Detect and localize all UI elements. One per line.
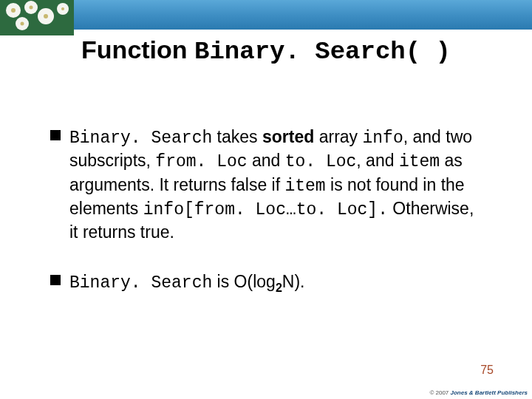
bullet-marker-icon (50, 130, 61, 140)
bullet-text: Binary. Search takes sorted array info, … (69, 126, 486, 244)
title-prefix: Function (81, 35, 194, 64)
svg-point-10 (61, 7, 64, 10)
bullet-text: Binary. Search is O(log2N). (69, 270, 305, 296)
page-number: 75 (480, 364, 494, 377)
svg-point-8 (21, 22, 24, 26)
copyright-publisher: Jones & Bartlett Publishers (451, 389, 528, 396)
bullet-item: Binary. Search is O(log2N). (50, 270, 486, 296)
bullet-marker-icon (50, 275, 61, 285)
bullet-item: Binary. Search takes sorted array info, … (50, 126, 486, 244)
svg-point-4 (30, 6, 33, 10)
title-code: Binary. Search( ) (194, 38, 451, 66)
copyright: © 2007 Jones & Bartlett Publishers (429, 389, 528, 396)
svg-point-6 (44, 14, 48, 18)
slide-title: Function Binary. Search( ) (0, 35, 532, 66)
copyright-symbol: © 2007 (429, 389, 450, 396)
slide-content: Binary. Search takes sorted array info, … (50, 126, 486, 322)
header-banner (0, 0, 532, 30)
flower-decoration (0, 0, 74, 35)
svg-point-2 (11, 8, 16, 13)
